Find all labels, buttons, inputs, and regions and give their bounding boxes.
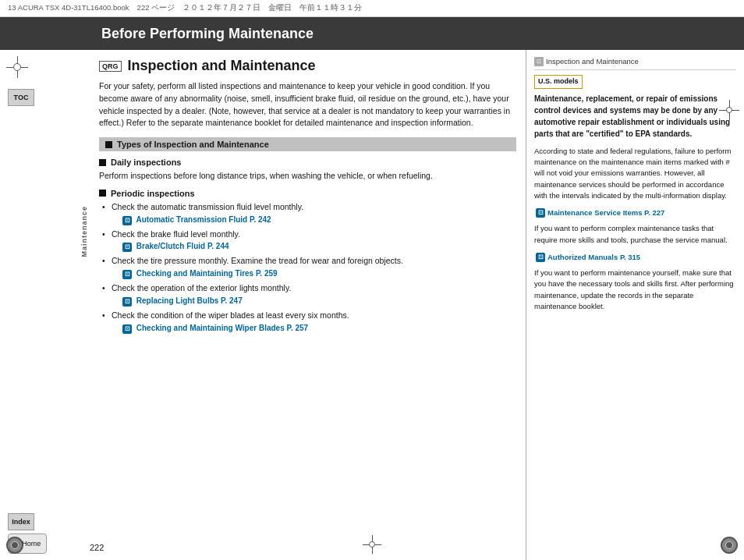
top-left-corner (6, 56, 28, 78)
content-area: QRG Inspection and Maintenance For your … (90, 50, 526, 560)
list-item: Check the brake fluid level monthly. ⊡ B… (102, 229, 516, 253)
right-para3: If you want to perform maintenance yours… (534, 268, 736, 312)
toc-button[interactable]: TOC (8, 89, 34, 106)
link-icon-lights: ⊡ (122, 297, 132, 307)
periodic-square-icon (99, 190, 106, 197)
periodic-list: Check the automatic transmission fluid l… (99, 201, 516, 337)
daily-text: Perform inspections before long distance… (99, 170, 516, 183)
types-title: Types of Inspection and Maintenance (117, 140, 269, 149)
section-title-text: Inspection and Maintenance (128, 58, 316, 74)
right-bold-text: Maintenance, replacement, or repair of e… (534, 93, 736, 140)
link-icon-atf: ⊡ (122, 216, 132, 225)
main-layout: TOC Maintenance Index ⌂ Home QRG Inspect… (0, 50, 744, 560)
bottom-right-corner (721, 537, 738, 554)
periodic-inspections-title: Periodic inspections (99, 189, 516, 198)
maintenance-label: Maintenance (80, 206, 88, 257)
authorized-manuals-link-line: ⊡ Authorized Manuals P. 315 (534, 252, 736, 263)
left-sidebar: TOC Maintenance Index ⌂ Home (0, 50, 90, 560)
maintenance-service-link-line: ⊡ Maintenance Service Items P. 227 (534, 207, 736, 218)
link-icon-wipers: ⊡ (122, 324, 132, 334)
link-icon-tires: ⊡ (122, 270, 132, 279)
right-panel: ⊡ Inspection and Maintenance U.S. models… (526, 50, 744, 560)
index-button[interactable]: Index (8, 513, 34, 530)
authorized-manuals-link[interactable]: Authorized Manuals P. 315 (547, 252, 640, 263)
page-number: 222 (90, 543, 104, 552)
meta-bar: 13 ACURA TSX 4D-31TL16400.book 222 ページ ２… (0, 0, 744, 17)
list-item: Check the condition of the wiper blades … (102, 310, 516, 334)
link-icon-brake: ⊡ (122, 243, 132, 252)
list-item: Check the automatic transmission fluid l… (102, 201, 516, 225)
right-panel-header: ⊡ Inspection and Maintenance (534, 56, 736, 70)
home-label: Home (22, 540, 41, 548)
wipers-link[interactable]: ⊡ Checking and Maintaining Wiper Blades … (112, 322, 516, 334)
brake-fluid-link[interactable]: ⊡ Brake/Clutch Fluid P. 244 (112, 240, 516, 252)
daily-square-icon (99, 159, 106, 166)
link-icon-maintenance-service: ⊡ (536, 208, 545, 218)
lights-link[interactable]: ⊡ Replacing Light Bulbs P. 247 (112, 295, 516, 307)
intro-paragraph: For your safety, perform all listed insp… (99, 80, 516, 129)
list-item: Check the operation of the exterior ligh… (102, 282, 516, 307)
right-para2: If you want to perform complex maintenan… (534, 223, 736, 246)
bottom-left-corner (6, 537, 23, 554)
daily-inspections-title: Daily inspections (99, 158, 516, 167)
types-inspection-bar: Types of Inspection and Maintenance (99, 137, 516, 151)
top-right-corner (719, 100, 739, 120)
atf-link[interactable]: ⊡ Automatic Transmission Fluid P. 242 (112, 214, 516, 225)
tires-link[interactable]: ⊡ Checking and Maintaining Tires P. 259 (112, 268, 516, 279)
section-title-row: QRG Inspection and Maintenance (99, 58, 516, 74)
page-header: Before Performing Maintenance (0, 17, 744, 50)
meta-text: 13 ACURA TSX 4D-31TL16400.book 222 ページ ２… (8, 3, 362, 13)
panel-header-icon: ⊡ (534, 57, 544, 66)
black-square-icon (105, 141, 112, 148)
qrg-badge: QRG (99, 61, 122, 72)
header-title: Before Performing Maintenance (101, 26, 314, 42)
right-para1: According to state and federal regulatio… (534, 146, 736, 201)
maintenance-service-link[interactable]: Maintenance Service Items P. 227 (547, 207, 664, 218)
list-item: Check the tire pressure monthly. Examine… (102, 255, 516, 279)
link-icon-authorized-manuals: ⊡ (536, 253, 545, 262)
right-panel-header-text: Inspection and Maintenance (546, 56, 639, 67)
bottom-center-crosshair (363, 535, 381, 554)
us-models-badge: U.S. models (534, 75, 736, 93)
